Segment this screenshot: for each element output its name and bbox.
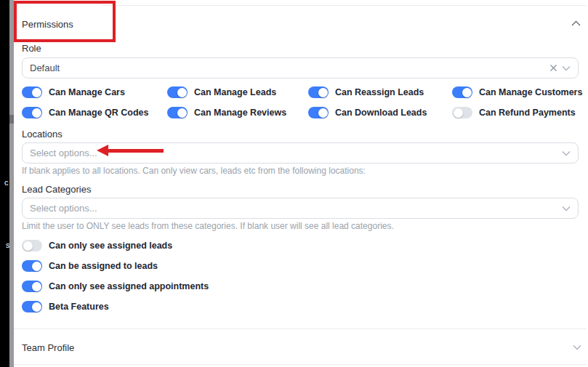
toggle-label: Beta Features <box>49 302 109 312</box>
toggle-knob <box>32 262 41 271</box>
toggle-row: Can Manage QR Codes <box>22 107 167 118</box>
toggle-knob <box>318 88 328 97</box>
toggle-label: Can Reassign Leads <box>335 87 424 97</box>
toggle-knob <box>177 88 187 97</box>
permissions-panel: Permissions Role Default Can Manage Cars… <box>14 0 588 367</box>
scrollbar[interactable] <box>9 0 14 367</box>
role-selected-value: Default <box>30 62 549 73</box>
section-divider <box>14 328 587 329</box>
permissions-section-title: Permissions <box>22 19 73 30</box>
obscured-text-fragment: c <box>4 178 9 187</box>
team-profile-section-title: Team Profile <box>22 342 74 353</box>
role-field-label: Role <box>22 43 41 54</box>
lead-categories-field-label: Lead Categories <box>22 184 91 195</box>
toggle-row: Can Reassign Leads <box>308 86 452 98</box>
toggle-knob <box>177 108 187 118</box>
permissions-toggle-grid: Can Manage CarsCan Manage LeadsCan Reass… <box>22 86 579 118</box>
section-top-divider <box>102 5 587 6</box>
toggle-switch[interactable] <box>308 86 329 98</box>
toggle-switch[interactable] <box>452 107 472 118</box>
toggle-switch[interactable] <box>22 86 42 98</box>
toggle-switch[interactable] <box>167 107 188 118</box>
toggle-knob <box>454 108 463 118</box>
toggle-label: Can Refund Payments <box>479 108 576 118</box>
section-bottom-divider <box>14 364 587 365</box>
toggle-label: Can Download Leads <box>335 108 427 118</box>
toggle-label: Can Manage Leads <box>194 87 276 97</box>
toggle-switch[interactable] <box>22 260 42 272</box>
toggle-knob <box>32 282 41 291</box>
chevron-down-icon[interactable] <box>562 150 571 156</box>
toggle-label: Can be assigned to leads <box>49 261 158 271</box>
locations-placeholder: Select options... <box>30 148 562 158</box>
toggle-label: Can Manage Cars <box>49 87 125 97</box>
toggle-row: Can Manage Leads <box>167 86 308 98</box>
chevron-down-icon[interactable] <box>562 65 571 71</box>
locations-select[interactable]: Select options... <box>22 142 579 164</box>
locations-field-label: Locations <box>22 129 63 140</box>
toggle-label: Can only see assigned leads <box>49 241 172 251</box>
toggle-row: Can only see assigned appointments <box>22 281 209 292</box>
toggle-switch[interactable] <box>22 240 42 251</box>
lead-categories-help-text: Limit the user to ONLY see leads from th… <box>22 221 394 231</box>
toggle-row: Can Manage Reviews <box>167 107 308 118</box>
toggle-switch[interactable] <box>22 281 42 292</box>
toggle-knob <box>318 108 328 118</box>
background-overlay-strip: c s <box>0 0 9 367</box>
toggle-row: Can Download Leads <box>308 107 452 118</box>
toggle-label: Can Manage Customers <box>479 87 582 97</box>
chevron-down-icon <box>573 344 581 350</box>
lead-categories-placeholder: Select options... <box>30 203 562 214</box>
collapse-permissions-button[interactable] <box>569 17 582 30</box>
toggle-switch[interactable] <box>167 86 188 98</box>
toggle-knob <box>23 241 33 251</box>
toggle-row: Beta Features <box>22 301 209 312</box>
chevron-up-icon <box>571 20 581 26</box>
toggle-switch[interactable] <box>22 107 42 118</box>
toggle-row: Can only see assigned leads <box>22 240 209 251</box>
locations-help-text: If blank applies to all locations. Can o… <box>22 166 366 176</box>
toggle-knob <box>32 302 41 312</box>
toggle-row: Can Manage Cars <box>22 86 167 98</box>
toggle-label: Can only see assigned appointments <box>49 281 209 291</box>
toggle-label: Can Manage Reviews <box>194 108 286 118</box>
toggle-row: Can be assigned to leads <box>22 260 209 272</box>
toggle-knob <box>462 88 472 97</box>
toggle-knob <box>32 108 41 118</box>
toggle-label: Can Manage QR Codes <box>49 108 149 118</box>
lead-categories-select[interactable]: Select options... <box>22 198 579 219</box>
toggle-switch[interactable] <box>452 86 472 98</box>
clear-icon[interactable] <box>549 64 557 72</box>
chevron-down-icon[interactable] <box>562 206 571 211</box>
toggle-row: Can Refund Payments <box>452 107 582 118</box>
assignment-toggle-list: Can only see assigned leadsCan be assign… <box>22 240 209 312</box>
toggle-knob <box>32 88 41 97</box>
toggle-switch[interactable] <box>22 301 42 312</box>
toggle-row: Can Manage Customers <box>452 86 582 98</box>
toggle-switch[interactable] <box>308 107 329 118</box>
scrollbar-thumb-edge <box>9 115 14 124</box>
expand-team-profile-button[interactable] <box>571 341 584 354</box>
role-select[interactable]: Default <box>22 57 579 78</box>
